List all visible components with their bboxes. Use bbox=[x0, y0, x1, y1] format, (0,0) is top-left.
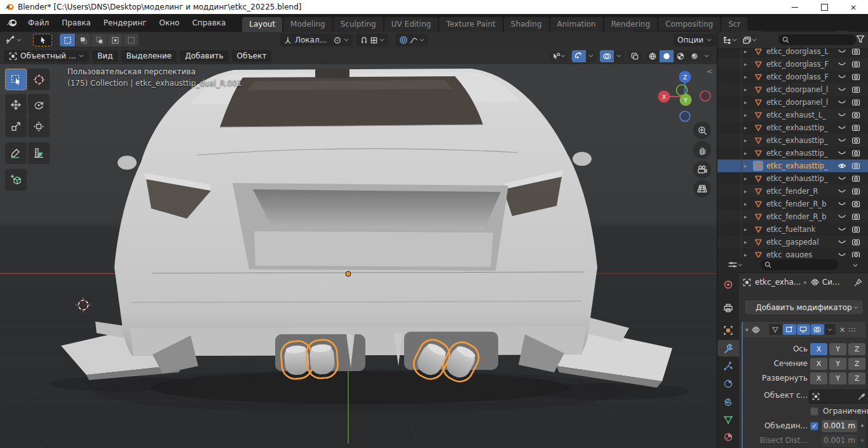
viewport-menu-item[interactable]: Добавить bbox=[180, 50, 228, 62]
shading-wireframe-button[interactable] bbox=[646, 50, 660, 62]
tool-transform[interactable] bbox=[28, 116, 50, 137]
hide-viewport-toggle[interactable] bbox=[835, 48, 849, 55]
modifier-extras-dropdown[interactable] bbox=[825, 324, 836, 335]
tab-object-data-properties[interactable] bbox=[717, 411, 739, 428]
tab-physics-properties[interactable] bbox=[717, 376, 739, 392]
disable-render-toggle[interactable] bbox=[849, 213, 863, 221]
topbar-menu-item[interactable]: Правка bbox=[55, 16, 97, 30]
hide-viewport-toggle[interactable] bbox=[835, 111, 849, 119]
workspace-tab[interactable]: Shading bbox=[504, 17, 549, 32]
merge-threshold-field[interactable]: 0.001 m bbox=[822, 420, 857, 432]
workspace-tab[interactable]: Texture Paint bbox=[439, 17, 502, 32]
outliner-row[interactable]: ▸ etkc_exhausttip_ bbox=[717, 134, 868, 147]
outliner-row[interactable]: ▸ etkc_exhaust_L_ bbox=[717, 109, 868, 121]
hide-viewport-toggle[interactable] bbox=[835, 124, 849, 132]
flip-z-button[interactable]: Z bbox=[848, 372, 865, 384]
merge-checkbox[interactable]: ✓ bbox=[810, 422, 818, 430]
hide-viewport-toggle[interactable] bbox=[835, 137, 849, 144]
tool-scale[interactable] bbox=[5, 116, 27, 137]
outliner-display-mode-dropdown[interactable] bbox=[722, 36, 737, 44]
flip-y-button[interactable]: Y bbox=[829, 372, 846, 384]
xray-toggle[interactable] bbox=[628, 50, 642, 62]
topbar-menu-item[interactable]: Файл bbox=[22, 16, 55, 30]
outliner-row[interactable]: ▸ etkc_doorglass_F bbox=[717, 71, 868, 83]
disable-render-toggle[interactable] bbox=[849, 162, 863, 170]
hide-viewport-toggle[interactable] bbox=[835, 213, 849, 221]
workspace-tab[interactable]: Scr bbox=[721, 17, 747, 32]
display-on-cage-toggle[interactable] bbox=[769, 324, 782, 335]
orthographic-toggle-button[interactable] bbox=[693, 180, 711, 198]
outliner-filter-dropdown[interactable] bbox=[742, 36, 757, 44]
outliner-row[interactable]: ▸ etkc_doorpanel_l bbox=[717, 96, 868, 109]
disable-render-toggle[interactable] bbox=[849, 187, 863, 195]
car-model[interactable] bbox=[61, 69, 672, 388]
gizmos-dropdown[interactable] bbox=[586, 50, 596, 62]
animate-dot[interactable] bbox=[858, 410, 861, 412]
topbar-menu-item[interactable]: Рендеринг bbox=[97, 16, 153, 30]
drag-handle-icon[interactable] bbox=[848, 327, 856, 333]
clipping-checkbox[interactable] bbox=[810, 407, 818, 416]
properties-options-chevron[interactable] bbox=[852, 262, 858, 268]
hide-viewport-toggle[interactable] bbox=[835, 98, 849, 106]
disclosure-triangle-icon[interactable]: ▸ bbox=[744, 214, 753, 220]
panel-expand-icon[interactable]: ▾ bbox=[745, 327, 749, 333]
animate-dot[interactable] bbox=[861, 424, 864, 427]
breadcrumb-object-name[interactable]: etkc_exha... bbox=[755, 278, 801, 287]
snap-dropdown[interactable] bbox=[356, 34, 388, 46]
hide-viewport-toggle[interactable] bbox=[835, 238, 849, 246]
disclosure-triangle-icon[interactable]: ▸ bbox=[744, 226, 753, 233]
hide-viewport-toggle[interactable] bbox=[835, 251, 849, 257]
hide-viewport-toggle[interactable] bbox=[835, 200, 849, 208]
select-mode-subtract[interactable] bbox=[92, 34, 107, 46]
workspace-tab[interactable]: Modeling bbox=[283, 17, 332, 32]
display-edit-mode-toggle[interactable] bbox=[783, 324, 796, 335]
outliner-row[interactable]: ▸ etkc_exhausttip_ bbox=[717, 147, 868, 160]
camera-view-button[interactable] bbox=[693, 161, 711, 179]
workspace-tab[interactable]: Rendering bbox=[604, 17, 657, 32]
minimize-button[interactable] bbox=[780, 0, 810, 14]
bisect-distance-field[interactable]: 0.001 m bbox=[822, 435, 857, 447]
breadcrumb-modifier-name[interactable]: Си... bbox=[822, 278, 840, 287]
disable-render-toggle[interactable] bbox=[849, 149, 863, 157]
outliner-row[interactable]: ▸ etkc_exhausttip_ bbox=[717, 121, 868, 134]
close-button[interactable]: × bbox=[839, 0, 868, 14]
disclosure-triangle-icon[interactable]: ▸ bbox=[744, 163, 753, 169]
disclosure-triangle-icon[interactable]: ▸ bbox=[744, 61, 753, 67]
disclosure-triangle-icon[interactable]: ▸ bbox=[744, 86, 753, 93]
bisect-x-button[interactable]: X bbox=[810, 358, 827, 370]
pin-icon[interactable] bbox=[854, 278, 862, 287]
maximize-button[interactable] bbox=[810, 0, 839, 14]
select-mode-intersect[interactable] bbox=[123, 34, 139, 46]
animate-dot[interactable] bbox=[861, 439, 864, 442]
bisect-y-button[interactable]: Y bbox=[829, 358, 846, 370]
disable-render-toggle[interactable] bbox=[849, 200, 863, 208]
hide-viewport-toggle[interactable] bbox=[835, 162, 849, 170]
outliner-row[interactable]: ▸ etkc_doorglass_F bbox=[717, 58, 868, 71]
properties-display-dropdown[interactable] bbox=[728, 261, 743, 269]
select-mode-new[interactable] bbox=[60, 34, 76, 46]
disable-render-toggle[interactable] bbox=[849, 111, 863, 119]
viewport-menu-item[interactable]: Объект bbox=[232, 50, 272, 62]
pan-button[interactable] bbox=[693, 141, 711, 159]
display-realtime-toggle[interactable] bbox=[797, 324, 810, 335]
pivot-point-dropdown[interactable] bbox=[329, 34, 353, 46]
modifier-delete-button[interactable]: × bbox=[839, 325, 846, 334]
tab-output-properties[interactable] bbox=[717, 299, 739, 316]
select-mode-extend[interactable] bbox=[76, 34, 92, 46]
workspace-tab[interactable]: Layout bbox=[242, 17, 282, 32]
disable-render-toggle[interactable] bbox=[849, 86, 863, 93]
object-name[interactable]: etkc_doorpanel_l bbox=[766, 85, 835, 94]
tool-rotate[interactable] bbox=[28, 94, 50, 116]
viewport-menu-item[interactable]: Выделение bbox=[121, 50, 177, 62]
axis-y-button[interactable]: Y bbox=[829, 343, 846, 355]
tab-render-properties[interactable] bbox=[717, 276, 739, 293]
shading-material-button[interactable] bbox=[674, 50, 688, 62]
disclosure-triangle-icon[interactable]: ▸ bbox=[744, 150, 753, 156]
object-visibility-dropdown[interactable] bbox=[549, 50, 568, 62]
disable-render-toggle[interactable] bbox=[849, 98, 863, 106]
outliner-row[interactable]: ▸ etkc_doorglass_L bbox=[717, 45, 868, 58]
blender-app-icon[interactable] bbox=[5, 18, 18, 27]
disclosure-triangle-icon[interactable]: ▸ bbox=[744, 74, 753, 80]
outliner-row[interactable]: ▸ etkc_fueltank bbox=[717, 223, 868, 236]
object-name[interactable]: etkc_exhausttip_ bbox=[766, 123, 835, 132]
